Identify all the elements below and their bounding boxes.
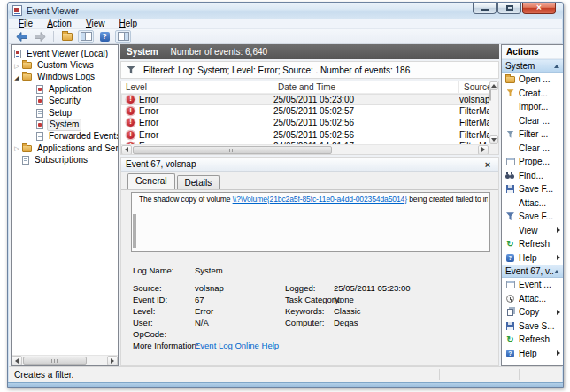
collapse-section-icon[interactable] xyxy=(554,65,559,68)
action-save-filtered-log[interactable]: Save F... xyxy=(502,182,563,196)
actions-section-system[interactable]: System xyxy=(502,59,563,73)
actions-section-event-67[interactable]: Event 67, v... xyxy=(502,265,563,278)
filter-notification-bar: Filtered: Log: System; Level: Error; Sou… xyxy=(120,61,499,79)
folder-icon xyxy=(62,33,73,41)
action-attach-task-to-event[interactable]: Attac... xyxy=(502,292,563,306)
refresh-icon xyxy=(506,240,513,249)
column-header-date-and-time[interactable]: Date and Time xyxy=(273,81,459,93)
tree-item-custom-views[interactable]: Custom Views xyxy=(12,59,118,71)
menu-file[interactable]: File xyxy=(12,19,40,29)
expander-collapsed-icon[interactable] xyxy=(12,60,22,72)
action-pane-toggle-button[interactable] xyxy=(115,30,131,43)
toolbar xyxy=(9,29,562,44)
event-list-body: Error 25/05/2011 05:23:00 volsnap Error … xyxy=(121,94,489,144)
action-refresh[interactable]: Refresh xyxy=(502,237,563,251)
scrollbar-thumb[interactable] xyxy=(489,89,491,101)
scrollbar-thumb[interactable] xyxy=(133,146,332,154)
title-bar[interactable]: Event Viewer × xyxy=(8,3,563,19)
scroll-left-button[interactable] xyxy=(121,145,132,155)
scrollbar-thumb[interactable] xyxy=(23,357,87,365)
tree-horizontal-scrollbar[interactable] xyxy=(12,355,118,365)
action-create-custom-view[interactable]: Creat... xyxy=(502,87,563,101)
console-tree-toggle-button[interactable] xyxy=(78,30,94,43)
action-import-custom-view[interactable]: Impor... xyxy=(502,100,563,114)
tree-item-system[interactable]: System xyxy=(12,119,118,130)
table-row[interactable]: Error 25/05/2011 05:23:00 volsnap xyxy=(121,94,489,105)
maximize-button[interactable] xyxy=(497,3,521,14)
event-preview-pane: Event 67, volsnap General Details The sh… xyxy=(120,157,499,366)
log-header-bar: System Number of events: 6,640 xyxy=(120,44,499,59)
action-find[interactable]: Find... xyxy=(502,169,563,183)
tree-item-application[interactable]: Application xyxy=(12,83,118,95)
tree-item-event-viewer-local[interactable]: Event Viewer (Local) xyxy=(12,48,118,59)
menu-help[interactable]: Help xyxy=(112,19,144,29)
preview-close-icon[interactable] xyxy=(481,158,494,171)
table-row[interactable]: Error 25/05/2011 05:02:57 FilterManager xyxy=(121,105,489,117)
open-saved-log-button[interactable] xyxy=(59,30,75,43)
event-list-header: Level Date and Time Source xyxy=(121,81,498,94)
action-event-properties[interactable]: Event ... xyxy=(502,278,563,292)
console-tree: Event Viewer (Local) Custom Views Window… xyxy=(12,48,118,355)
event-viewer-icon xyxy=(14,50,21,58)
event-list-vertical-scrollbar[interactable] xyxy=(489,81,498,144)
event-description-box[interactable]: The shadow copy of volume \\?\Volume{21b… xyxy=(131,192,490,252)
back-button[interactable] xyxy=(13,30,29,43)
action-help-event-submenu[interactable]: Help xyxy=(502,347,563,361)
action-save-selected-events[interactable]: Save S... xyxy=(502,319,563,334)
forward-button[interactable] xyxy=(32,30,48,43)
action-open-saved-log[interactable]: Open ... xyxy=(502,73,563,87)
table-row[interactable]: Error 25/05/2011 05:02:56 FilterManager xyxy=(121,129,489,141)
action-copy-submenu[interactable]: Copy xyxy=(502,305,563,319)
scroll-down-button[interactable] xyxy=(489,135,498,144)
tab-general[interactable]: General xyxy=(127,173,175,189)
submenu-arrow-icon xyxy=(557,310,560,315)
expander-collapsed-icon[interactable] xyxy=(12,142,22,154)
event-log-online-help-link[interactable]: Event Log Online Help xyxy=(195,341,279,351)
menu-view[interactable]: View xyxy=(79,19,112,29)
volume-link[interactable]: \\?\Volume{21bc2a5f-85fc-11e0-a4dd-00235… xyxy=(233,195,407,204)
tree-item-applications-and-services-logs[interactable]: Applications and Services Lo xyxy=(12,142,118,154)
tree-item-forwarded-events[interactable]: Forwarded Events xyxy=(12,131,118,142)
action-save-filter-to-custom-view[interactable]: Save F... xyxy=(502,210,563,224)
action-filter-current-log[interactable]: Filter ... xyxy=(502,127,563,142)
collapse-section-icon[interactable] xyxy=(554,270,559,273)
event-viewer-window: Event Viewer × File Action View Help xyxy=(7,2,564,388)
custom-views-folder-icon xyxy=(22,62,32,69)
menu-action[interactable]: Action xyxy=(40,19,79,29)
action-view-submenu[interactable]: View xyxy=(502,224,563,238)
tree-item-subscriptions[interactable]: Subscriptions xyxy=(12,155,118,166)
scroll-right-button[interactable] xyxy=(478,145,489,155)
tree-item-setup[interactable]: Setup xyxy=(12,107,118,119)
minimize-button[interactable] xyxy=(473,3,497,14)
field-row-event-id: Event ID: 67 Task Category: None xyxy=(133,295,495,305)
expander-expanded-icon[interactable] xyxy=(12,72,22,83)
description-scrollbar[interactable] xyxy=(133,214,136,248)
tab-details[interactable]: Details xyxy=(177,175,220,189)
toolbar-separator xyxy=(53,31,54,42)
help-icon xyxy=(506,254,514,262)
table-row[interactable]: Error 25/05/2011 05:02:56 FilterManager xyxy=(121,117,489,128)
tree-item-windows-logs[interactable]: Windows Logs xyxy=(12,72,118,83)
action-help-submenu[interactable]: Help xyxy=(502,251,563,265)
tree-item-security[interactable]: Security xyxy=(12,96,118,107)
event-list: Level Date and Time Source Error 25/05/2… xyxy=(120,81,499,155)
action-refresh-event[interactable]: Refresh xyxy=(502,333,563,347)
status-separator xyxy=(519,369,520,380)
action-properties[interactable]: Prope... xyxy=(502,155,563,169)
column-header-level[interactable]: Level xyxy=(121,81,273,93)
action-attach-task-to-log[interactable]: Attac... xyxy=(502,196,563,211)
action-clear-filter[interactable]: Clear ... xyxy=(502,142,563,156)
event-list-horizontal-scrollbar[interactable] xyxy=(121,144,489,154)
scroll-right-button[interactable] xyxy=(107,356,118,365)
more-information-label: More Information: xyxy=(133,341,198,351)
event-id-value: 67 xyxy=(195,295,204,305)
help-button[interactable] xyxy=(96,30,112,43)
action-clear-log[interactable]: Clear ... xyxy=(502,114,563,128)
binoculars-icon xyxy=(505,172,515,179)
scroll-left-button[interactable] xyxy=(12,356,22,365)
task-category-label: Task Category: xyxy=(285,295,341,305)
close-button[interactable]: × xyxy=(522,3,556,14)
event-viewer-app-icon xyxy=(12,5,22,16)
scroll-up-icon xyxy=(491,84,497,88)
field-row-source: Source: volsnap Logged: 25/05/2011 05:23… xyxy=(133,283,495,294)
